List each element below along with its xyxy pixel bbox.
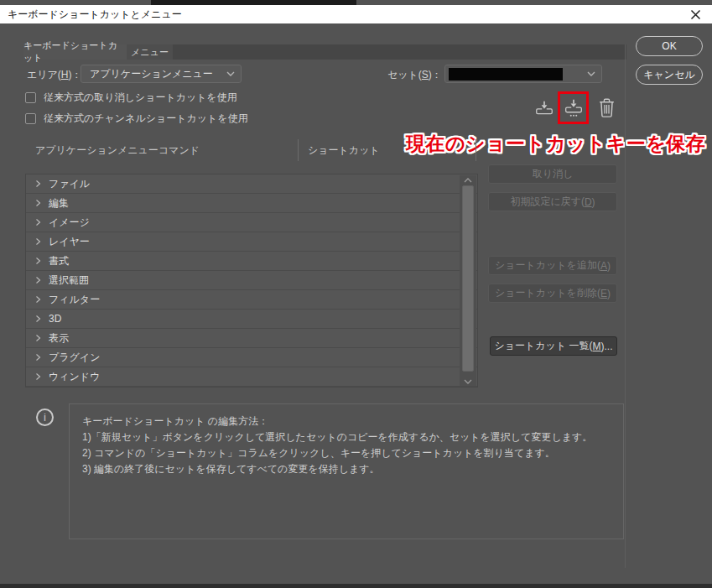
list-item-view[interactable]: 表示 [26,329,477,348]
chevron-right-icon [35,276,41,284]
info-line-1: キーボードショートカット の編集方法： [82,414,615,429]
info-line-2: 1)「新規セット」ボタンをクリックして選択したセットのコピーを作成するか、セット… [82,429,615,445]
reset-defaults-button[interactable]: 初期設定に戻す(D) [488,192,617,211]
legacy-channel-checkbox[interactable] [25,113,36,124]
chevron-right-icon [35,199,41,207]
legacy-channel-label: 従来方式のチャンネルショートカットを使用 [44,112,248,126]
info-line-3: 2) コマンドの「ショートカット」コラムをクリックし、キーを押してショートカット… [82,445,615,461]
chevron-right-icon [35,295,41,304]
legacy-undo-checkbox-row[interactable]: 従来方式の取り消しショートカットを使用 [25,91,237,105]
scrollbar-thumb[interactable] [462,185,474,372]
undo-button[interactable]: 取り消し [488,164,617,184]
legacy-channel-checkbox-row[interactable]: 従来方式のチャンネルショートカットを使用 [25,112,248,126]
delete-set-button[interactable] [595,96,617,119]
save-set-button[interactable] [533,97,555,118]
save-set-icon [534,99,554,117]
chevron-right-icon [35,237,41,246]
header-divider [298,139,299,161]
list-item-layer[interactable]: レイヤー [26,232,477,252]
column-header-commands: アプリケーションメニューコマンド [35,143,200,158]
scroll-up-icon[interactable] [460,175,476,185]
scroll-down-icon[interactable] [460,377,476,386]
list-item-select[interactable]: 選択範囲 [26,271,477,290]
area-dropdown-value: アプリケーションメニュー [81,67,226,81]
dialog-title: キーボードショートカットとメニュー [8,8,182,22]
bottom-redaction-bar [0,584,712,588]
area-label: エリア(H)： [27,68,82,82]
list-item-image[interactable]: イメージ [26,213,477,232]
info-line-4: 3) 編集の終了後にセットを保存してすべての変更を保持します。 [82,461,615,477]
ok-button[interactable]: OK [636,36,703,56]
chevron-right-icon [35,315,41,323]
new-set-icon [564,97,584,118]
command-list: ファイル 編集 イメージ レイヤー 書式 選択範囲 フィルター 3D 表示 プラ… [25,174,478,388]
new-set-button[interactable] [563,96,585,119]
chevron-right-icon [35,334,41,342]
trash-icon [597,97,616,118]
chevron-right-icon [35,257,41,265]
list-item-type[interactable]: 書式 [26,252,477,271]
chevron-right-icon [35,180,41,188]
close-icon [690,9,701,20]
list-item-window[interactable]: ウィンドウ [26,367,477,387]
list-item-edit[interactable]: 編集 [26,194,477,213]
list-item-3d[interactable]: 3D [26,310,477,329]
tab-keyboard-shortcuts[interactable]: キーボードショートカット [23,44,127,60]
info-icon: i [36,408,54,426]
chevron-right-icon [35,372,41,381]
legacy-undo-label: 従来方式の取り消しショートカットを使用 [44,91,237,105]
close-button[interactable] [686,8,704,22]
tab-menus[interactable]: メニュー [127,44,173,60]
chevron-down-icon [226,71,235,76]
legacy-undo-checkbox[interactable] [25,92,36,103]
list-scrollbar[interactable] [460,175,476,386]
list-item-filter[interactable]: フィルター [26,290,477,310]
delete-shortcut-button[interactable]: ショートカットを削除(E) [488,284,617,303]
redacted-set-value [449,68,563,81]
annotation-text: 現在のショートカットキーを保存 [406,131,705,157]
info-panel: キーボードショートカット の編集方法： 1)「新規セット」ボタンをクリックして選… [69,403,624,539]
list-item-file[interactable]: ファイル [26,174,477,194]
chevron-right-icon [35,218,41,226]
chevron-right-icon [35,353,41,362]
header-divider-right [476,139,476,161]
shortcut-summary-button[interactable]: ショートカット 一覧(M)... [490,336,617,356]
dialog-titlebar: キーボードショートカットとメニュー [0,5,712,23]
column-header-shortcut: ショートカット [308,143,380,158]
set-label: セット(S)： [387,68,442,82]
list-item-plugins[interactable]: プラグイン [26,348,477,367]
chevron-down-icon [587,71,595,76]
cancel-button[interactable]: キャンセル [636,65,703,85]
panel-divider [625,44,626,568]
add-shortcut-button[interactable]: ショートカットを追加(A) [488,256,617,275]
area-dropdown[interactable]: アプリケーションメニュー [81,65,242,83]
set-dropdown[interactable] [444,65,602,83]
